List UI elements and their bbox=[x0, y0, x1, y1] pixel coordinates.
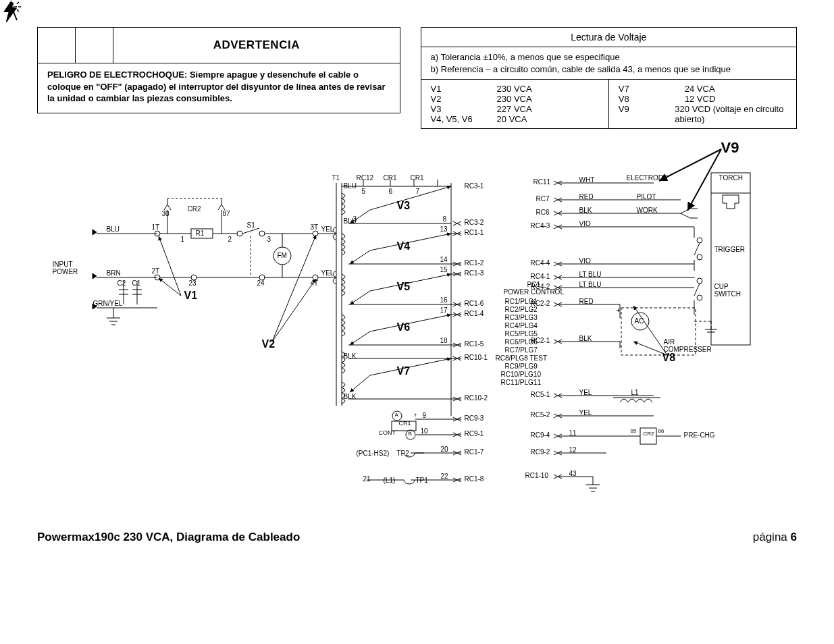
svg-point-1 bbox=[9, 2, 14, 6]
svg-point-100 bbox=[697, 238, 702, 243]
warning-title: ADVERTENCIA bbox=[113, 28, 400, 63]
svg-point-20 bbox=[237, 231, 242, 236]
svg-line-63 bbox=[350, 375, 370, 392]
shock-icon bbox=[38, 28, 76, 63]
svg-line-56 bbox=[370, 234, 451, 250]
wire-grnyel: GRN/YEL bbox=[93, 300, 123, 307]
svg-point-22 bbox=[259, 231, 265, 236]
svg-line-60 bbox=[370, 315, 451, 331]
svg-line-57 bbox=[350, 250, 370, 264]
svg-line-61 bbox=[350, 331, 370, 345]
wiring-diagram: INPUTPOWER BLU BRN GRN/YEL 1T 2T 3T 4T R… bbox=[46, 146, 789, 517]
v1-label: V1 bbox=[184, 290, 198, 302]
svg-point-101 bbox=[697, 254, 702, 260]
warning-body: PELIGRO DE ELECTROCHOQUE: Siempre apague… bbox=[38, 63, 400, 113]
wire-brn: BRN bbox=[107, 269, 121, 277]
diagram-svg bbox=[46, 146, 789, 517]
footer-page: página 6 bbox=[753, 531, 797, 544]
svg-line-58 bbox=[370, 274, 451, 291]
svg-line-107 bbox=[694, 284, 700, 296]
voltage-table-notes: a) Tolerancia ±10%, a menos que se espec… bbox=[421, 47, 796, 80]
v9-label: V9 bbox=[721, 139, 739, 157]
svg-line-59 bbox=[350, 291, 370, 304]
voltage-table: Lectura de Voltaje a) Tolerancia ±10%, a… bbox=[421, 27, 797, 129]
svg-point-106 bbox=[697, 295, 702, 300]
svg-line-54 bbox=[370, 186, 451, 210]
svg-rect-96 bbox=[711, 173, 750, 345]
svg-line-62 bbox=[370, 358, 451, 375]
v2-label: V2 bbox=[262, 338, 276, 350]
warning-box: ADVERTENCIA PELIGRO DE ELECTROCHOQUE: Si… bbox=[37, 27, 400, 113]
voltage-table-title: Lectura de Voltaje bbox=[421, 28, 796, 47]
wire-blu: BLU bbox=[107, 225, 120, 233]
svg-line-21 bbox=[242, 228, 259, 234]
svg-point-105 bbox=[697, 278, 702, 284]
svg-line-125 bbox=[633, 306, 667, 355]
footer-title: Powermax190c 230 VCA, Diagrama de Cablea… bbox=[37, 531, 300, 544]
input-power-label: INPUTPOWER bbox=[53, 261, 78, 275]
svg-line-102 bbox=[694, 243, 700, 255]
v8-label: V8 bbox=[662, 352, 676, 364]
svg-point-24 bbox=[313, 231, 318, 236]
person-shock-icon bbox=[76, 28, 113, 63]
